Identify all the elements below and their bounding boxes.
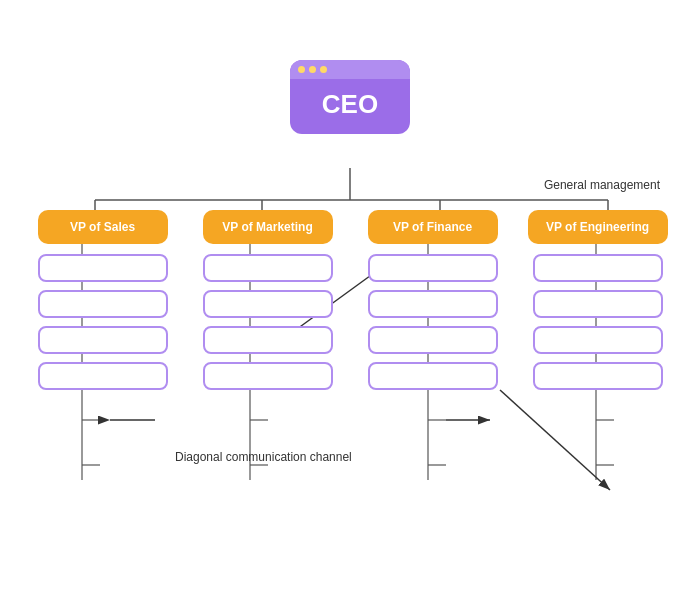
- marketing-item-3: [203, 326, 333, 354]
- vp-columns: VP of Sales VP of Marketing: [30, 210, 670, 390]
- org-chart: CEO General management VP of Sales VP of…: [0, 0, 700, 600]
- marketing-sub-items: [203, 254, 333, 390]
- sales-item-4: [38, 362, 168, 390]
- sales-item-2: [38, 290, 168, 318]
- vp-sales-box: VP of Sales: [38, 210, 168, 244]
- ceo-box: CEO: [290, 60, 410, 134]
- general-management-label: General management: [544, 178, 660, 192]
- column-finance: VP of Finance: [360, 210, 505, 390]
- engineering-item-1: [533, 254, 663, 282]
- ceo-container: CEO: [290, 60, 410, 134]
- svg-line-33: [500, 390, 610, 490]
- column-sales: VP of Sales: [30, 210, 175, 390]
- marketing-item-2: [203, 290, 333, 318]
- sales-item-3: [38, 326, 168, 354]
- marketing-item-4: [203, 362, 333, 390]
- finance-sub-items: [368, 254, 498, 390]
- finance-item-1: [368, 254, 498, 282]
- ceo-titlebar: [290, 60, 410, 79]
- dot3: [320, 66, 327, 73]
- dot2: [309, 66, 316, 73]
- engineering-sub-items: [533, 254, 663, 390]
- engineering-item-3: [533, 326, 663, 354]
- vp-finance-box: VP of Finance: [368, 210, 498, 244]
- marketing-item-1: [203, 254, 333, 282]
- diagonal-communication-label: Diagonal communication channel: [175, 450, 352, 464]
- engineering-item-4: [533, 362, 663, 390]
- column-engineering: VP of Engineering: [525, 210, 670, 390]
- finance-item-4: [368, 362, 498, 390]
- vp-marketing-box: VP of Marketing: [203, 210, 333, 244]
- ceo-label: CEO: [290, 79, 410, 134]
- engineering-item-2: [533, 290, 663, 318]
- vp-engineering-box: VP of Engineering: [528, 210, 668, 244]
- finance-item-2: [368, 290, 498, 318]
- dot1: [298, 66, 305, 73]
- finance-item-3: [368, 326, 498, 354]
- sales-sub-items: [38, 254, 168, 390]
- sales-item-1: [38, 254, 168, 282]
- column-marketing: VP of Marketing: [195, 210, 340, 390]
